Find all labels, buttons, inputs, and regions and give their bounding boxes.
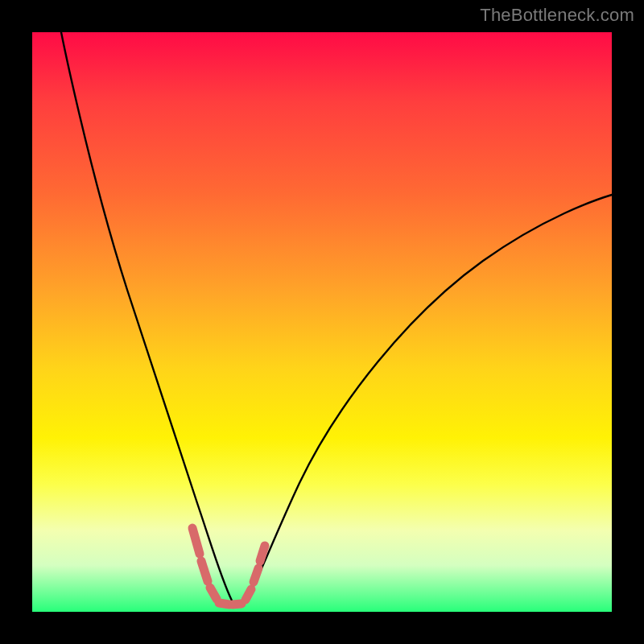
watermark-text: TheBottleneck.com <box>480 5 634 26</box>
curve-layer <box>32 32 612 612</box>
chart-frame: TheBottleneck.com <box>0 0 644 644</box>
plot-area <box>32 32 612 612</box>
bottleneck-curve <box>61 32 612 607</box>
